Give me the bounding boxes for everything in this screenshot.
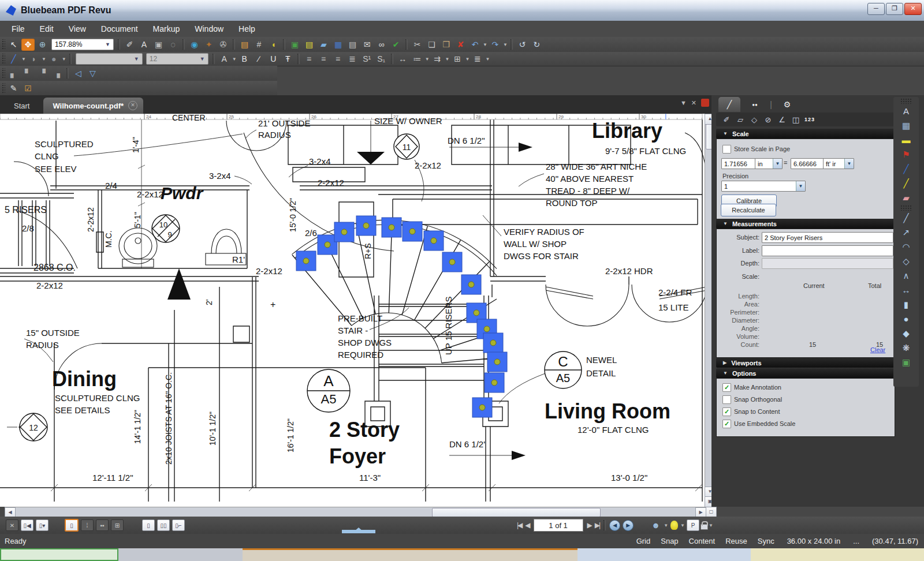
strikethrough-icon[interactable]: Ŧ: [281, 53, 295, 65]
table-icon[interactable]: ⊞: [451, 53, 464, 65]
toolbar-grip[interactable]: [1, 54, 5, 64]
polyline-tool-icon[interactable]: ∧: [893, 268, 919, 283]
measure-area-icon[interactable]: ▱: [735, 115, 746, 124]
align-bottom-icon[interactable]: ▗: [50, 68, 64, 80]
flag-icon[interactable]: ⚑: [893, 147, 919, 162]
sticky-note-icon[interactable]: ▬: [893, 133, 919, 147]
document-canvas[interactable]: 24252627282930 CENTER21' OUTSIDERADIUSSI…: [0, 114, 714, 507]
side-by-side-icon[interactable]: ▪▪: [96, 519, 109, 531]
line-color-icon[interactable]: ╱: [7, 53, 20, 65]
italic-icon[interactable]: ∕: [252, 53, 266, 65]
status-toggle-reuse[interactable]: Reuse: [725, 537, 747, 545]
dimension-tool-icon[interactable]: ↔: [893, 283, 919, 297]
count-marker[interactable]: [487, 352, 507, 372]
scale-value2-input[interactable]: 6.66666: [791, 158, 825, 169]
toolbar-grip[interactable]: [1, 83, 5, 94]
typewriter-icon[interactable]: ▦: [893, 118, 919, 133]
measure-volume-icon[interactable]: ◫: [790, 115, 802, 124]
measure-diameter-icon[interactable]: ⊘: [762, 115, 774, 124]
crop-icon[interactable]: #: [252, 39, 266, 51]
toolbar-grip[interactable]: [1, 39, 5, 50]
scale-unit2-select[interactable]: ft' ir▼: [823, 158, 854, 169]
search-icon[interactable]: ∞: [375, 39, 388, 51]
taskbar-item[interactable]: [578, 548, 751, 561]
label-input[interactable]: [762, 245, 893, 256]
flip-horizontal-icon[interactable]: ◁: [72, 68, 85, 80]
measurements-section-header[interactable]: ▼Measurements: [716, 219, 901, 229]
status-toggle-content[interactable]: Content: [689, 537, 716, 545]
toolbar-grip[interactable]: [1, 68, 5, 78]
align-top-icon[interactable]: ▘: [21, 68, 35, 80]
measurement-tool-icon[interactable]: ✐: [123, 39, 136, 51]
tab-document[interactable]: Wilhome-count.pdf* ✕: [43, 98, 143, 114]
arrow-resize-icon[interactable]: ↔: [396, 53, 409, 65]
eraser-tool-icon[interactable]: ◖: [267, 39, 280, 51]
zoom-tool-icon[interactable]: ⊕: [36, 39, 49, 51]
count-marker[interactable]: [403, 222, 422, 241]
paste-icon[interactable]: ❒: [439, 39, 453, 51]
close-doc-icon[interactable]: ✕: [6, 519, 18, 531]
continuous-icon[interactable]: ⁞: [81, 519, 94, 531]
count-marker[interactable]: [483, 333, 503, 353]
arc-tool-icon[interactable]: ◠: [893, 240, 919, 254]
line-tool-icon[interactable]: ╱: [893, 211, 919, 225]
menu-item-help[interactable]: Help: [232, 23, 262, 35]
toolbar-grip[interactable]: [900, 98, 912, 104]
checkbox-snap-to-content[interactable]: ✓: [722, 407, 731, 416]
zoom-level-combo[interactable]: 157.88%▼: [51, 39, 114, 50]
measure-tab-icon[interactable]: ╱: [718, 97, 740, 112]
menu-item-document[interactable]: Document: [94, 23, 145, 35]
count-marker[interactable]: [472, 398, 492, 417]
menu-item-file[interactable]: File: [5, 23, 32, 35]
dropdown-arrow-icon[interactable]: ▼: [445, 57, 450, 62]
restore-button[interactable]: ❐: [886, 3, 903, 15]
count-marker[interactable]: [424, 231, 444, 250]
copy-icon[interactable]: ❏: [425, 39, 438, 51]
cut-icon[interactable]: ✂: [411, 39, 424, 51]
count-marker[interactable]: [356, 216, 376, 235]
view-forward-icon[interactable]: ▶: [623, 520, 634, 531]
markup-check-icon[interactable]: ☑: [21, 82, 35, 94]
search-tab-icon[interactable]: ●●: [744, 97, 766, 112]
count-tool-icon[interactable]: 123: [804, 117, 815, 122]
tab-close-icon[interactable]: ✕: [128, 101, 137, 110]
taskbar-item[interactable]: [243, 548, 404, 561]
align-center-icon[interactable]: ≡: [317, 53, 330, 65]
single-page-icon[interactable]: ▯: [65, 519, 79, 532]
flip-vertical-icon[interactable]: ▽: [86, 68, 99, 80]
tab-start[interactable]: Start: [0, 98, 43, 114]
ellipse-tool-icon[interactable]: ●: [893, 312, 919, 326]
font-size-combo[interactable]: 12▼: [146, 53, 208, 65]
lightbulb-icon[interactable]: [670, 521, 678, 530]
status-toggle-sync[interactable]: Sync: [758, 537, 774, 545]
next-doc-icon[interactable]: ▯▾: [36, 519, 49, 531]
dropdown-arrow-icon[interactable]: ▼: [62, 57, 66, 62]
align-bottom-left-icon[interactable]: ▖: [7, 68, 20, 80]
view-back-icon[interactable]: ◀: [609, 520, 620, 531]
spellcheck-icon[interactable]: ✔: [389, 39, 403, 51]
measure-polygon-icon[interactable]: ◇: [748, 115, 760, 124]
eraser-icon[interactable]: ▰: [893, 190, 919, 205]
taskbar-item[interactable]: [404, 548, 578, 561]
count-marker[interactable]: [296, 251, 316, 271]
page-properties-icon[interactable]: P: [687, 519, 699, 531]
rectangle-tool-icon[interactable]: ▮: [893, 297, 919, 312]
first-page-icon[interactable]: |◀: [517, 521, 521, 529]
arrow-tool-icon[interactable]: ↗: [893, 225, 919, 240]
status-toggle-grid[interactable]: Grid: [636, 537, 651, 545]
new-page-icon[interactable]: ▤: [238, 39, 251, 51]
bullet-list-icon[interactable]: ≔: [411, 53, 424, 65]
text-tool-icon[interactable]: A: [893, 104, 919, 118]
checkbox-snap-orthogonal[interactable]: [722, 395, 731, 404]
font-color-icon[interactable]: A: [218, 53, 231, 65]
paragraph-icon[interactable]: ≣: [471, 53, 484, 65]
taskbar-item[interactable]: [118, 548, 243, 561]
count-marker[interactable]: [382, 218, 401, 237]
hyperlink-icon[interactable]: ◉: [188, 39, 201, 51]
align-right-edge-icon[interactable]: ▝: [36, 68, 49, 80]
notebook-icon[interactable]: ▤: [303, 39, 316, 51]
fill-color-icon[interactable]: ◗: [27, 53, 40, 65]
next-page-icon[interactable]: ▶: [587, 521, 591, 529]
menu-item-window[interactable]: Window: [188, 23, 230, 35]
recalculate-button[interactable]: Recalculate: [721, 204, 776, 216]
